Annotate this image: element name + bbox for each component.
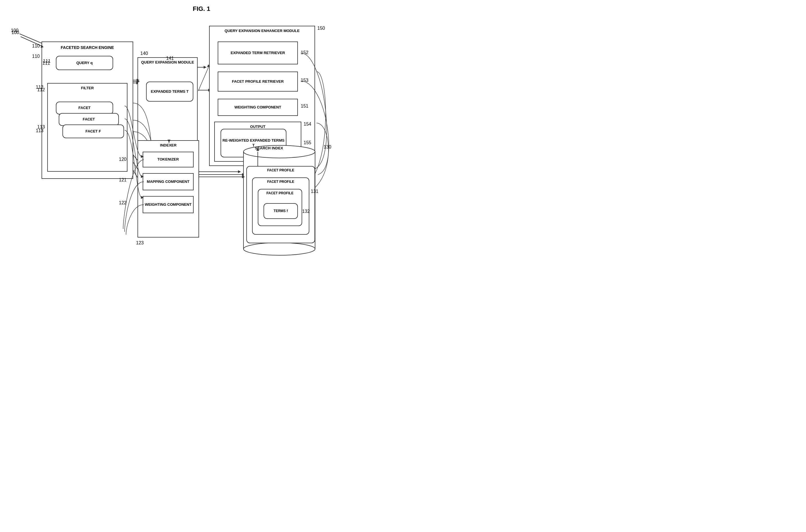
label-150: 150 — [317, 26, 325, 31]
facet3-box: FACET F — [62, 125, 124, 138]
facet2-box: FACET — [59, 113, 119, 126]
svg-text:SEARCH INDEX: SEARCH INDEX — [255, 146, 283, 150]
svg-point-25 — [243, 243, 315, 255]
facet-profile-retriever-box: FACET PROFILE RETRIEVER — [218, 72, 298, 92]
fig-title: FIG. 1 — [193, 5, 210, 13]
label-113b: 113 — [36, 128, 43, 133]
expanded-terms-box: EXPANDED TERMS T — [146, 81, 193, 101]
label-120: 120 — [119, 157, 127, 162]
label-141: 141 — [166, 56, 174, 61]
label-100: 100 — [12, 30, 19, 35]
label-153: 153 — [301, 78, 309, 83]
label-122: 122 — [119, 200, 127, 206]
label-110b: 110 — [32, 43, 40, 49]
label-154: 154 — [304, 121, 311, 127]
weighting-component-top-box: WEIGHTING COMPONENT — [218, 99, 298, 116]
diagram: FIG. 1 10 — [0, 0, 403, 266]
expanded-term-retriever-box: EXPANDED TERM RETRIEVER — [218, 41, 298, 64]
weighting-component-bottom-box: WEIGHTING COMPONENT — [143, 196, 194, 213]
label-112b: 112 — [36, 85, 43, 90]
tokenizer-box: TOKENIZER — [143, 152, 194, 167]
query-q-box: QUERY q — [56, 56, 113, 70]
label-152: 152 — [301, 50, 309, 55]
label-130: 130 — [324, 145, 331, 150]
svg-line-29 — [198, 66, 209, 91]
label-140: 140 — [140, 51, 148, 56]
facet1-box: FACET — [56, 101, 113, 114]
label-111b: 111 — [43, 59, 51, 64]
label-110: 110 — [32, 54, 40, 59]
label-131: 131 — [311, 189, 318, 194]
svg-line-0 — [19, 34, 44, 44]
label-132: 132 — [302, 209, 310, 214]
svg-marker-5 — [204, 66, 206, 69]
mapping-component-box: MAPPING COMPONENT — [143, 173, 194, 190]
label-121: 121 — [119, 177, 127, 183]
label-123: 123 — [136, 241, 144, 246]
terms-f-box: TERMS f — [263, 203, 298, 219]
label-151: 151 — [301, 103, 309, 109]
